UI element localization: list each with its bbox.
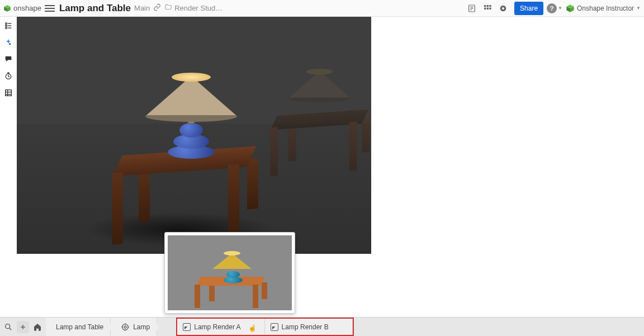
history-icon[interactable]	[3, 70, 14, 82]
brand-logo[interactable]: onshape	[3, 4, 41, 12]
folder-name[interactable]: Render Stud…	[174, 4, 222, 12]
brand-name: onshape	[13, 4, 41, 12]
user-name-label: Onshape Instructor	[577, 4, 634, 12]
user-menu[interactable]: Onshape Instructor ▼	[566, 4, 641, 13]
cursor-hand-icon: ☝	[248, 324, 257, 332]
tab-label: Lamp Render A	[194, 323, 240, 331]
svg-point-20	[6, 25, 7, 27]
svg-rect-11	[487, 7, 489, 9]
image-icon	[271, 323, 278, 331]
comments-icon[interactable]	[3, 54, 14, 65]
user-cube-icon	[566, 4, 575, 13]
svg-rect-10	[484, 7, 486, 9]
bottom-tab-bar: Lamp and Table Lamp Lamp Render A ☝ Lamp…	[0, 317, 644, 336]
tab-preview-image	[168, 235, 292, 310]
left-toolbar	[0, 17, 17, 317]
canvas-area	[17, 17, 644, 317]
app-switcher-icon[interactable]	[482, 3, 493, 13]
header-bar: onshape Lamp and Table Main Render Stud……	[0, 0, 644, 17]
svg-rect-9	[489, 5, 491, 7]
document-info-icon[interactable]	[467, 3, 477, 13]
hamburger-menu-icon[interactable]	[45, 3, 55, 13]
render-tabs-highlight-box: Lamp Render A ☝ Lamp Render B	[176, 318, 353, 336]
render-lamp-shade	[146, 70, 236, 119]
svg-point-26	[10, 44, 11, 45]
caret-down-icon: ▼	[636, 6, 641, 11]
folder-icon	[164, 3, 172, 13]
tab-lamp-render-a[interactable]: Lamp Render A ☝	[177, 319, 264, 335]
insert-icon[interactable]	[3, 37, 14, 48]
onshape-cube-icon	[3, 4, 11, 12]
bom-grid-icon[interactable]	[3, 87, 14, 98]
tab-lamp[interactable]: Lamp	[111, 318, 157, 336]
help-menu[interactable]: ? ▼	[547, 3, 562, 13]
link-icon[interactable]	[153, 3, 161, 13]
tab-preview-tooltip	[164, 232, 295, 314]
share-button[interactable]: Share	[514, 2, 543, 15]
feature-tree-icon[interactable]	[3, 20, 14, 31]
tab-lamp-render-b[interactable]: Lamp Render B	[265, 319, 353, 335]
svg-point-22	[6, 27, 7, 29]
document-branch[interactable]: Main	[134, 4, 150, 12]
caret-down-icon: ▼	[558, 6, 562, 11]
svg-rect-28	[6, 90, 12, 96]
help-icon: ?	[547, 3, 557, 13]
tab-label: Lamp Render B	[282, 323, 329, 331]
assembly-icon	[121, 323, 130, 332]
image-icon	[183, 323, 191, 331]
svg-point-37	[124, 326, 126, 328]
svg-rect-7	[484, 5, 486, 7]
tab-label: Lamp and Table	[56, 323, 103, 331]
svg-rect-12	[489, 7, 491, 9]
svg-point-14	[502, 7, 504, 10]
svg-rect-8	[487, 5, 489, 7]
home-tab-icon[interactable]	[31, 321, 44, 333]
render-viewport[interactable]	[17, 17, 371, 254]
search-tabs-icon[interactable]	[2, 321, 15, 333]
add-tab-icon[interactable]	[17, 321, 29, 333]
svg-line-33	[10, 328, 11, 330]
document-title[interactable]: Lamp and Table	[59, 3, 131, 14]
tab-lamp-and-table[interactable]: Lamp and Table	[46, 318, 111, 336]
svg-point-18	[6, 23, 7, 25]
svg-point-36	[122, 324, 129, 330]
tab-label: Lamp	[133, 323, 150, 331]
svg-point-32	[6, 324, 10, 328]
notifications-icon[interactable]	[498, 3, 508, 13]
